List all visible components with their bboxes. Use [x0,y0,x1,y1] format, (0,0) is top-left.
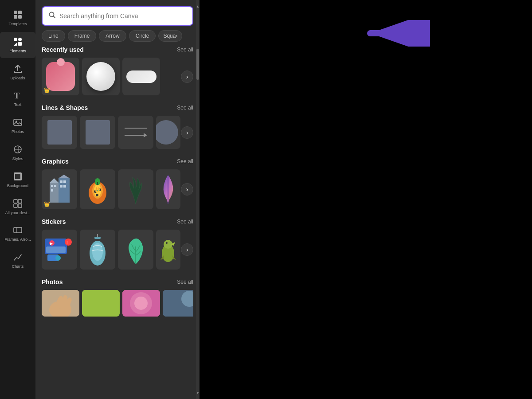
arrow-icon [359,20,430,47]
graphics-title: Graphics [42,158,69,165]
sticker-bird[interactable] [156,230,180,270]
shape-square-2[interactable] [80,116,115,149]
stickers-see-all[interactable]: See all [177,219,193,225]
photo-hand[interactable] [42,290,79,317]
search-container [35,0,200,30]
recent-item-pill[interactable] [122,58,160,95]
graphics-next[interactable]: › [181,183,193,196]
svg-text:▶: ▶ [50,242,53,246]
recently-used-see-all[interactable]: See all [177,47,193,53]
scroll-up-button[interactable]: ▲ [196,4,199,9]
lines-shapes-section: Lines & Shapes See all [42,104,193,149]
text-icon: T [12,90,23,101]
shape-circle[interactable] [156,116,180,149]
svg-rect-16 [18,200,22,203]
svg-rect-19 [14,227,22,233]
sidebar-item-styles[interactable]: Styles [0,140,35,166]
photo-blue[interactable] [163,290,193,317]
svg-rect-28 [60,180,63,183]
sidebar-item-frames[interactable]: Frames, Arro... [0,220,35,246]
sidebar-item-text[interactable]: T Text [0,86,35,112]
svg-point-6 [18,38,22,41]
sidebar-item-background[interactable]: Background [0,167,35,193]
svg-rect-14 [15,174,20,179]
sidebar-item-photos[interactable]: Photos [0,113,35,139]
svg-point-39 [96,194,98,196]
svg-rect-31 [63,185,66,188]
sidebar-item-elements[interactable]: Elements [0,32,35,58]
sidebar-uploads-label: Uploads [10,76,25,81]
photos-row [42,290,193,317]
search-input[interactable] [59,12,186,20]
sidebar-item-all-designs[interactable]: All your desi... [0,194,35,220]
chip-circle[interactable]: Circle [129,30,156,42]
photo-icon [12,117,23,128]
stickers-row: ▶ ! [42,230,193,270]
templates-icon [12,9,23,20]
sidebar-styles-label: Styles [12,156,23,161]
lines-shapes-title: Lines & Shapes [42,104,88,111]
svg-rect-27 [51,189,53,192]
svg-point-50 [55,255,61,261]
stickers-next[interactable]: › [181,243,193,256]
svg-rect-17 [14,204,17,207]
svg-rect-2 [18,11,22,14]
sidebar-charts-label: Charts [12,264,24,269]
graphic-feather[interactable] [156,169,180,209]
svg-rect-26 [54,185,56,187]
svg-rect-44 [46,246,66,253]
search-icon [49,12,56,20]
recently-used-next[interactable]: › [181,70,193,83]
sidebar-item-templates[interactable]: Templates [0,5,35,31]
svg-point-63 [134,297,148,310]
panel-content[interactable]: Recently used See all 👑 [35,46,200,399]
chip-arrow[interactable]: Arrow [99,30,126,42]
sidebar-templates-label: Templates [8,22,27,27]
sticker-ornament[interactable] [80,230,115,270]
sidebar-background-label: Background [7,184,28,188]
sidebar-all-designs-label: All your desi... [5,211,31,215]
lines-shapes-next[interactable]: › [181,126,193,139]
svg-rect-30 [60,185,63,188]
lines-shapes-row: › [42,116,193,149]
svg-rect-15 [14,200,17,203]
stickers-title: Stickers [42,218,66,225]
sticker-leaf[interactable] [118,230,153,270]
svg-marker-33 [59,175,70,178]
recently-used-section: Recently used See all 👑 [42,46,193,95]
recent-item-pink-shape[interactable]: 👑 [42,58,79,95]
recent-item-circle[interactable] [82,58,120,95]
graphics-see-all[interactable]: See all [177,158,193,164]
shape-line[interactable] [118,116,153,149]
svg-point-47 [65,239,72,246]
svg-rect-3 [14,15,17,19]
stickers-header: Stickers See all [42,218,193,225]
search-bar[interactable] [42,6,193,26]
chip-frame[interactable]: Frame [68,30,97,42]
shape-square-1[interactable] [42,116,77,149]
sticker-video[interactable]: ▶ ! [42,230,77,270]
graphic-plant[interactable] [118,169,153,209]
chip-line[interactable]: Line [42,30,65,42]
photos-see-all[interactable]: See all [177,279,193,285]
scrollbar-thumb[interactable] [196,49,199,80]
svg-text:!: ! [66,240,68,245]
lines-shapes-see-all[interactable]: See all [177,105,193,111]
photo-floral[interactable] [122,290,160,317]
photo-green[interactable] [82,290,120,317]
sidebar-elements-label: Elements [9,49,26,54]
graphics-row: 👑 👑 [42,169,193,209]
chip-more[interactable]: Squa› [158,30,182,42]
elements-icon [12,36,23,47]
sidebar-item-uploads[interactable]: Uploads [0,59,35,85]
sidebar-text-label: Text [14,102,22,107]
recently-used-row: 👑 › [42,58,193,95]
graphic-papaya[interactable]: 👑 👑 [80,169,115,209]
svg-rect-52 [94,237,101,239]
recently-used-header: Recently used See all [42,46,193,53]
scroll-down-button[interactable]: ▼ [196,390,199,395]
arrow-annotation [359,20,430,47]
svg-rect-1 [14,11,17,14]
sidebar-frames-label: Frames, Arro... [4,237,31,242]
sidebar-item-charts[interactable]: Charts [0,247,35,274]
